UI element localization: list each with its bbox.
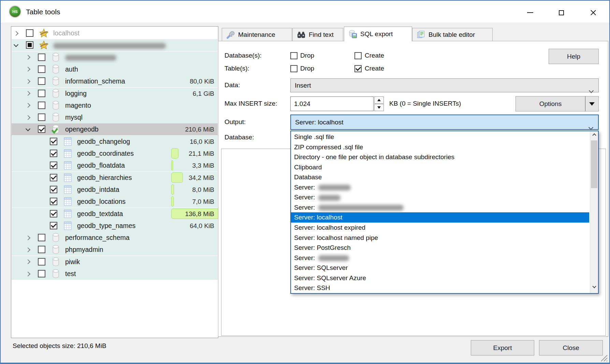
dropdown-item[interactable]: Server: PostGresch <box>291 243 589 253</box>
tab-sql-export[interactable]: SQL export <box>344 27 412 41</box>
dropdown-item[interactable]: Clipboard <box>291 162 589 172</box>
export-button[interactable]: Export <box>471 340 534 355</box>
tree-checkbox[interactable] <box>38 270 45 277</box>
tree-checkbox[interactable] <box>50 150 57 157</box>
dropdown-item-selected[interactable]: Server: localhost <box>291 212 589 223</box>
dropdown-scrollbar[interactable] <box>590 131 598 293</box>
expand-chevron-icon[interactable] <box>26 51 30 63</box>
tab-maintenance[interactable]: Maintenance <box>222 28 292 41</box>
scroll-down-icon[interactable] <box>590 284 598 292</box>
scrollbar-thumb[interactable] <box>591 140 597 188</box>
tree-row-opengeodb[interactable]: opengeodb210,6 MiB <box>12 123 218 135</box>
expand-chevron-icon[interactable] <box>26 244 30 256</box>
tree-checkbox[interactable] <box>50 210 57 217</box>
tree-checkbox[interactable] <box>38 125 45 133</box>
dropdown-item[interactable]: Directory - one file per object in datab… <box>291 152 589 162</box>
tree-row-magento[interactable]: magento <box>12 100 218 111</box>
tree-row-test[interactable]: test <box>12 268 218 280</box>
minimize-button[interactable] <box>522 6 538 19</box>
collapse-chevron-icon[interactable] <box>26 123 30 135</box>
tree-checkbox[interactable] <box>38 258 45 266</box>
dropdown-item[interactable]: Server: <box>291 182 589 193</box>
tree-checkbox[interactable] <box>38 246 45 253</box>
tree-row-geodb_coordinates[interactable]: geodb_coordinates21,1 MiB <box>12 148 218 160</box>
close-button[interactable] <box>585 6 601 19</box>
tree-row[interactable] <box>12 51 218 63</box>
expand-chevron-icon[interactable] <box>26 232 30 244</box>
resize-grip[interactable] <box>598 352 608 362</box>
expand-chevron-icon[interactable] <box>26 268 30 280</box>
tree-checkbox[interactable] <box>38 234 45 241</box>
stepper-down-button[interactable] <box>374 104 384 111</box>
tree-checkbox[interactable] <box>38 102 45 109</box>
maximize-button[interactable] <box>553 6 569 19</box>
tree-row-geodb_intdata[interactable]: geodb_intdata8,0 MiB <box>12 184 218 196</box>
tree-row-logging[interactable]: logging6,1 GiB <box>12 88 218 100</box>
output-dropdown-list[interactable]: Server: SSHServer: SQLserver AzureServer… <box>290 131 599 294</box>
tree-row-geodb_changelog[interactable]: geodb_changelog16,0 KiB <box>12 136 218 148</box>
output-combobox[interactable]: Server: localhost <box>290 115 599 130</box>
close-dialog-button[interactable]: Close <box>539 340 603 355</box>
data-combobox[interactable]: Insert <box>290 78 599 92</box>
dropdown-item[interactable]: Server: <box>291 192 589 202</box>
tree-checkbox[interactable] <box>50 174 57 181</box>
tree-row-auth[interactable]: auth <box>12 63 218 75</box>
max-insert-size-input[interactable] <box>290 96 374 111</box>
stepper-up-button[interactable] <box>374 96 384 104</box>
expand-chevron-icon[interactable] <box>26 256 30 268</box>
tree-checkbox[interactable] <box>50 222 57 229</box>
expand-chevron-icon[interactable] <box>26 75 30 87</box>
dropdown-item[interactable]: Server: localhost expired <box>291 223 589 233</box>
tree-checkbox[interactable] <box>50 186 57 193</box>
dropdown-item[interactable]: ZIP compressed .sql file <box>291 142 589 152</box>
tree-row[interactable] <box>12 39 218 51</box>
redacted-label <box>318 195 340 201</box>
options-button[interactable]: Options <box>516 96 585 111</box>
expand-chevron-icon[interactable] <box>26 88 30 100</box>
tree-row-information_schema[interactable]: information_schema80,0 KiB <box>12 75 218 87</box>
tables-create-checkbox[interactable] <box>354 65 362 72</box>
dropdown-item[interactable]: Single .sql file <box>291 132 589 142</box>
help-button[interactable]: Help <box>549 49 599 64</box>
expand-chevron-icon[interactable] <box>26 100 30 111</box>
databases-create-checkbox[interactable] <box>354 52 362 59</box>
tree-row-geodb_type_names[interactable]: geodb_type_names64,0 KiB <box>12 220 218 232</box>
tree-row-piwik[interactable]: piwik <box>12 256 218 268</box>
tree-row-geodb_hierarchies[interactable]: geodb_hierarchies34,2 MiB <box>12 172 218 184</box>
options-dropdown-button[interactable] <box>585 96 598 111</box>
expand-chevron-icon[interactable] <box>26 63 30 75</box>
tree-checkbox[interactable] <box>38 54 45 61</box>
tree-checkbox[interactable] <box>38 65 45 73</box>
dropdown-item[interactable]: Server: <box>291 253 589 263</box>
tree-row-geodb_locations[interactable]: geodb_locations7,0 MiB <box>12 196 218 208</box>
tree-checkbox[interactable] <box>38 77 45 85</box>
tree-row-localhost[interactable]: localhost <box>12 27 218 39</box>
dropdown-item[interactable]: Server: SQLserver <box>291 263 589 273</box>
tree-checkbox[interactable] <box>50 162 57 169</box>
dropdown-item[interactable]: Server: <box>291 202 589 213</box>
dropdown-item[interactable]: Database <box>291 172 589 182</box>
scroll-up-icon[interactable] <box>590 132 598 141</box>
collapse-chevron-icon[interactable] <box>14 39 18 51</box>
tab-find-text[interactable]: Find text <box>292 28 343 41</box>
dropdown-item[interactable]: Server: SSH <box>291 283 589 293</box>
tree-row-performance_schema[interactable]: performance_schema <box>12 232 218 244</box>
tree-row-mysql[interactable]: mysql <box>12 111 218 123</box>
tree-checkbox[interactable] <box>38 90 45 97</box>
tree-row-phpmyadmin[interactable]: phpmyadmin <box>12 244 218 256</box>
tree-checkbox[interactable] <box>26 29 33 37</box>
tree-checkbox[interactable] <box>50 198 57 205</box>
expand-chevron-icon[interactable] <box>14 27 18 39</box>
tables-drop-checkbox[interactable] <box>290 65 297 72</box>
tree-checkbox[interactable] <box>38 113 45 121</box>
dropdown-item[interactable]: Server: localhost named pipe <box>291 233 589 243</box>
tab-bulk-table-editor[interactable]: Bulk table editor <box>412 28 493 41</box>
tree-row-geodb_floatdata[interactable]: geodb_floatdata3,3 MiB <box>12 160 218 171</box>
expand-chevron-icon[interactable] <box>26 111 30 123</box>
tree-checkbox[interactable] <box>50 138 57 145</box>
tree-checkbox[interactable] <box>26 41 33 49</box>
database-tree[interactable]: localhostauthinformation_schema80,0 KiBl… <box>11 26 218 338</box>
databases-drop-checkbox[interactable] <box>290 52 297 59</box>
dropdown-item[interactable]: Server: SQLserver Azure <box>291 273 589 283</box>
tree-row-geodb_textdata[interactable]: geodb_textdata136,8 MiB <box>12 208 218 220</box>
